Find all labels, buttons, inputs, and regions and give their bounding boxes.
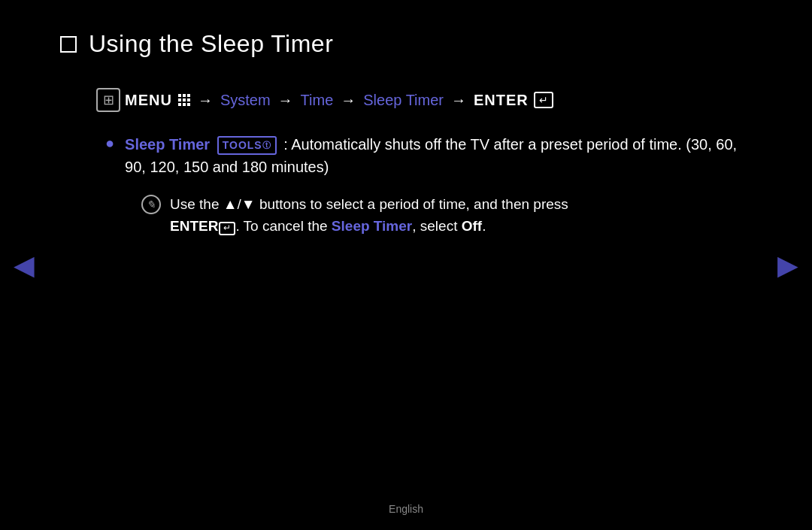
enter-icon: ↵ bbox=[534, 92, 553, 108]
title-checkbox-icon bbox=[60, 36, 77, 53]
note-item: ✎ Use the ▲/▼ buttons to select a period… bbox=[141, 193, 752, 238]
arrow-4: → bbox=[451, 92, 466, 109]
right-arrow-icon: ▶ bbox=[777, 250, 798, 280]
note-enter-label: ENTER bbox=[170, 218, 218, 234]
note-enter-icon: ↵ bbox=[219, 222, 235, 235]
bullet-dot-icon: ● bbox=[105, 135, 114, 152]
footer-language: English bbox=[389, 503, 423, 515]
main-content: Using the Sleep Timer ⊞ MENU → System → … bbox=[0, 0, 812, 238]
menu-grid-icon bbox=[178, 94, 190, 106]
note-off: Off bbox=[462, 218, 482, 234]
bullet-item: ● Sleep Timer TOOLSⓣ : Automatically shu… bbox=[105, 133, 752, 178]
menu-label: MENU bbox=[125, 92, 172, 109]
left-arrow-icon: ◀ bbox=[14, 250, 35, 280]
note-line1: Use the ▲/▼ buttons to select a period o… bbox=[170, 196, 568, 212]
nav-sleep-timer: Sleep Timer bbox=[363, 92, 444, 109]
bullet-section: ● Sleep Timer TOOLSⓣ : Automatically shu… bbox=[60, 133, 752, 178]
nav-system: System bbox=[220, 92, 271, 109]
arrow-1: → bbox=[198, 92, 213, 109]
menu-remote-icon: ⊞ bbox=[96, 88, 120, 112]
nav-time: Time bbox=[301, 92, 334, 109]
prev-page-button[interactable]: ◀ bbox=[14, 250, 35, 281]
enter-label: ENTER bbox=[474, 92, 529, 109]
note-content: Use the ▲/▼ buttons to select a period o… bbox=[170, 193, 568, 238]
sleep-timer-term: Sleep Timer bbox=[125, 136, 210, 153]
page-title: Using the Sleep Timer bbox=[89, 30, 333, 58]
page-title-section: Using the Sleep Timer bbox=[60, 30, 752, 58]
note-section: ✎ Use the ▲/▼ buttons to select a period… bbox=[60, 193, 752, 238]
menu-navigation: ⊞ MENU → System → Time → Sleep Timer → E… bbox=[60, 88, 752, 112]
note-mid: . To cancel the bbox=[235, 218, 331, 234]
note-pencil-icon: ✎ bbox=[141, 195, 161, 214]
note-suffix: , select bbox=[412, 218, 461, 234]
arrow-2: → bbox=[278, 92, 293, 109]
tools-badge: TOOLSⓣ bbox=[217, 136, 277, 155]
note-end: . bbox=[482, 218, 486, 234]
note-sleep-timer: Sleep Timer bbox=[332, 218, 412, 234]
next-page-button[interactable]: ▶ bbox=[777, 250, 798, 281]
arrow-3: → bbox=[341, 92, 356, 109]
bullet-content: Sleep Timer TOOLSⓣ : Automatically shuts… bbox=[125, 133, 752, 178]
